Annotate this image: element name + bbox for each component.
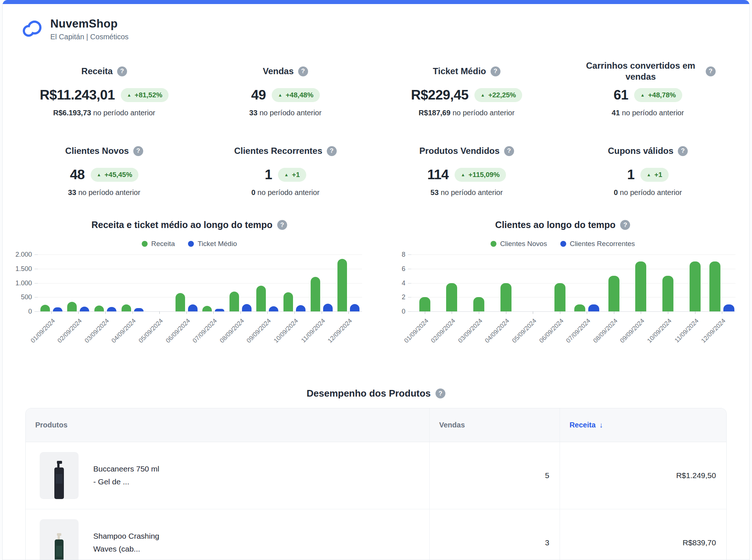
store-subtitle: El Capitán | Cosméticos	[50, 33, 129, 41]
help-icon[interactable]: ?	[298, 66, 308, 76]
y-axis-tick	[408, 254, 411, 255]
bar-receita[interactable]	[202, 306, 212, 311]
help-icon[interactable]: ?	[678, 146, 688, 156]
legend-dot-icon	[188, 241, 194, 247]
bar-ticket-medio[interactable]	[80, 307, 89, 311]
y-axis-label: 6	[402, 265, 405, 272]
y-axis-label: 500	[21, 293, 32, 301]
bar-ticket-medio[interactable]	[350, 304, 359, 311]
kpi-value: 61	[614, 87, 628, 103]
bar-clientes-novos[interactable]	[662, 276, 673, 311]
y-axis-tick	[35, 283, 38, 283]
kpi-previous-period: 53 no período anterior	[376, 188, 557, 197]
plot-area	[38, 254, 362, 311]
help-icon[interactable]: ?	[491, 66, 500, 76]
help-icon[interactable]: ?	[504, 146, 514, 156]
bar-receita[interactable]	[256, 286, 266, 312]
bar-ticket-medio[interactable]	[269, 306, 278, 311]
column-header-receita[interactable]: Receita ↓	[560, 408, 726, 442]
legend-item-ticket-medio[interactable]: Ticket Médio	[188, 240, 237, 248]
x-axis-label: 04/09/2024	[110, 317, 137, 344]
bar-clientes-novos[interactable]	[574, 304, 585, 311]
bar-group-04-09-2024	[492, 283, 520, 312]
x-axis-label: 10/09/2024	[272, 317, 300, 344]
bar-receita[interactable]	[94, 306, 104, 311]
chart-receita-ticket-medio: Receita e ticket médio ao longo do tempo…	[3, 220, 376, 353]
y-axis-label: 1.500	[15, 265, 32, 272]
bar-ticket-medio[interactable]	[242, 304, 252, 311]
kpi-previous-period: 0 no período anterior	[557, 188, 739, 197]
bar-group-01-09-2024	[411, 297, 438, 311]
bar-group-02-09-2024	[65, 302, 92, 311]
bar-receita[interactable]	[229, 292, 239, 311]
legend-item-receita[interactable]: Receita	[142, 240, 175, 248]
bar-group-03-09-2024	[92, 306, 119, 311]
bar-receita[interactable]	[67, 302, 77, 311]
help-icon[interactable]: ?	[706, 66, 716, 76]
table-row-buccaneers-750-ml[interactable]: Buccaneers 750 ml- Gel de ...5R$1.249,50	[26, 442, 726, 509]
kpi-card-ticket-medio: Ticket Médio?R$229,45▲+22,25%R$187,69 no…	[376, 60, 557, 117]
plot-area	[411, 254, 735, 311]
y-axis-label: 1.000	[15, 279, 32, 287]
bar-clientes-novos[interactable]	[554, 283, 565, 312]
bar-ticket-medio[interactable]	[188, 304, 198, 311]
bar-clientes-novos[interactable]	[690, 261, 701, 311]
column-header-produtos[interactable]: Produtos	[26, 408, 429, 442]
column-header-vendas[interactable]: Vendas	[429, 408, 560, 442]
x-axis-label: 03/09/2024	[83, 317, 111, 344]
kpi-grid: Receita?R$11.243,01▲+81,52%R$6.193,73 no…	[3, 60, 749, 197]
kpi-card-receita: Receita?R$11.243,01▲+81,52%R$6.193,73 no…	[14, 60, 195, 117]
bar-clientes-recorrentes[interactable]	[588, 304, 599, 311]
bar-clientes-recorrentes[interactable]	[723, 304, 734, 311]
triangle-up-icon: ▲	[284, 173, 289, 177]
bar-receita[interactable]	[176, 293, 185, 311]
help-icon[interactable]: ?	[117, 66, 127, 76]
bar-clientes-novos[interactable]	[635, 261, 646, 311]
bar-group-09-09-2024	[254, 286, 281, 312]
kpi-delta-badge: ▲+81,52%	[121, 88, 169, 102]
bar-receita[interactable]	[311, 277, 320, 312]
x-axis-label: 04/09/2024	[484, 317, 511, 344]
green-bottle-icon	[51, 533, 67, 560]
bar-receita[interactable]	[122, 304, 131, 311]
bar-ticket-medio[interactable]	[134, 308, 144, 311]
legend-item-clientes-novos[interactable]: Clientes Novos	[491, 240, 547, 248]
bar-clientes-novos[interactable]	[473, 297, 484, 311]
help-icon[interactable]: ?	[620, 220, 630, 230]
y-axis-tick	[408, 297, 411, 297]
bar-group-06-09-2024	[173, 293, 200, 311]
kpi-delta-value: +1	[292, 171, 300, 179]
bar-clientes-novos[interactable]	[419, 297, 430, 311]
help-icon[interactable]: ?	[133, 146, 143, 156]
bar-clientes-novos[interactable]	[500, 283, 511, 312]
x-axis-label: 11/09/2024	[673, 317, 700, 344]
y-axis-tick	[408, 283, 411, 283]
bar-receita[interactable]	[283, 292, 293, 311]
bar-ticket-medio[interactable]	[323, 304, 333, 311]
bar-group-07-09-2024	[200, 306, 227, 311]
bar-clientes-novos[interactable]	[608, 276, 619, 311]
sort-descending-icon: ↓	[599, 421, 603, 429]
help-icon[interactable]: ?	[327, 146, 337, 156]
bar-group-09-09-2024	[628, 261, 655, 311]
help-icon[interactable]: ?	[435, 389, 445, 398]
bar-ticket-medio[interactable]	[107, 307, 116, 311]
y-axis-label: 0	[402, 308, 405, 315]
bar-receita[interactable]	[40, 305, 50, 311]
bar-group-04-09-2024	[119, 304, 146, 311]
bar-receita[interactable]	[337, 259, 347, 311]
bar-group-12-09-2024	[335, 259, 362, 311]
legend-item-clientes-recorrentes[interactable]: Clientes Recorrentes	[560, 240, 635, 248]
kpi-title: Vendas	[263, 66, 294, 77]
kpi-delta-badge: ▲+48,48%	[272, 88, 319, 102]
bar-clientes-novos[interactable]	[446, 283, 457, 312]
product-name: Buccaneers 750 ml- Gel de ...	[93, 463, 159, 488]
table-row-shampoo-crashing[interactable]: Shampoo CrashingWaves (cab...3R$839,70	[26, 509, 726, 560]
kpi-delta-value: +81,52%	[135, 91, 163, 99]
bar-ticket-medio[interactable]	[215, 309, 224, 311]
bar-ticket-medio[interactable]	[53, 307, 62, 311]
bar-clientes-novos[interactable]	[709, 261, 720, 311]
help-icon[interactable]: ?	[277, 220, 287, 230]
bar-ticket-medio[interactable]	[296, 305, 306, 311]
product-cell: Shampoo CrashingWaves (cab...	[26, 509, 429, 560]
